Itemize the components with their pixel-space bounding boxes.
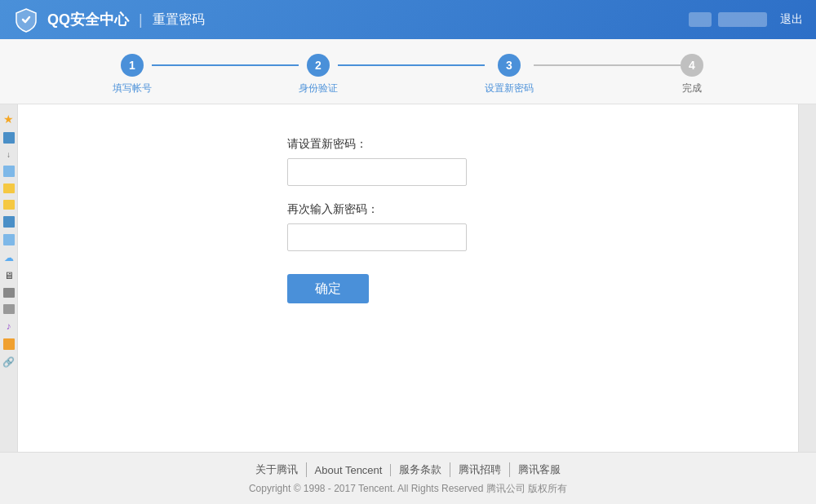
step-line-3 [534, 64, 681, 66]
footer-link-terms[interactable]: 服务条款 [391, 462, 450, 477]
footer-copyright: Copyright © 1998 - 2017 Tencent. All Rig… [0, 482, 816, 496]
footer-link-support[interactable]: 腾讯客服 [510, 462, 569, 477]
sidebar-music-icon: ♪ [7, 321, 11, 332]
footer-links: 关于腾讯 About Tencent 服务条款 腾讯招聘 腾讯客服 [0, 462, 816, 477]
step-4-label: 完成 [682, 82, 702, 95]
sidebar-folder1-icon [3, 183, 15, 193]
user-avatar [689, 12, 712, 27]
main-container: ★ ↓ ☁ 🖥 ♪ 🔗 请设置新密码： 再次输入新密码： 确定 [0, 104, 816, 452]
step-4-circle: 4 [681, 54, 703, 77]
header: QQ安全中心 | 重置密码 退出 [0, 0, 816, 39]
header-title: QQ安全中心 [47, 10, 129, 29]
sidebar-doc-icon [3, 166, 15, 177]
header-logo: QQ安全中心 [13, 7, 129, 33]
confirm-password-label: 再次输入新密码： [287, 202, 379, 217]
step-3-circle: 3 [498, 54, 521, 77]
step-1-label: 填写帐号 [113, 82, 152, 95]
logout-button[interactable]: 退出 [780, 12, 803, 27]
sidebar-down-icon: ↓ [7, 150, 11, 159]
confirm-password-input[interactable] [287, 223, 467, 251]
footer-link-about-tencent-cn[interactable]: 关于腾讯 [247, 462, 307, 477]
sidebar-folder3-icon [3, 288, 15, 298]
user-name [718, 12, 767, 27]
step-4: 4 完成 [681, 54, 703, 95]
sidebar-img-icon [3, 338, 15, 350]
sidebar-star-icon: ★ [3, 113, 14, 126]
right-sidebar [798, 104, 816, 452]
step-line-1 [152, 64, 299, 66]
qq-shield-icon [13, 7, 39, 33]
step-1-circle: 1 [121, 54, 144, 77]
new-password-label: 请设置新密码： [287, 137, 367, 152]
sidebar-doc3-icon [3, 234, 15, 245]
header-subtitle: 重置密码 [153, 11, 205, 29]
sidebar-blue-icon [3, 132, 15, 144]
header-right: 退出 [689, 12, 803, 27]
form-area: 请设置新密码： 再次输入新密码： 确定 [18, 104, 798, 452]
step-1: 1 填写帐号 [113, 54, 152, 95]
sidebar-folder2-icon [3, 200, 15, 210]
steps-bar: 1 填写帐号 2 身份验证 3 设置新密码 4 完成 [0, 39, 816, 104]
step-3-label: 设置新密码 [485, 82, 534, 95]
sidebar-monitor-icon: 🖥 [4, 270, 14, 281]
content-area: 请设置新密码： 再次输入新密码： 确定 [18, 104, 798, 452]
new-password-input[interactable] [287, 158, 467, 186]
sidebar-folder4-icon [3, 304, 15, 314]
submit-button[interactable]: 确定 [287, 274, 369, 303]
footer-link-about-tencent-en[interactable]: About Tencent [307, 464, 392, 476]
footer-link-jobs[interactable]: 腾讯招聘 [450, 462, 510, 477]
step-2-label: 身份验证 [299, 82, 338, 95]
sidebar-link-icon: 🔗 [2, 356, 15, 368]
step-line-2 [338, 64, 485, 66]
footer: 关于腾讯 About Tencent 服务条款 腾讯招聘 腾讯客服 Copyri… [0, 452, 816, 504]
step-2-circle: 2 [307, 54, 330, 77]
step-2: 2 身份验证 [299, 54, 338, 95]
sidebar-cloud-icon: ☁ [4, 252, 14, 263]
step-3: 3 设置新密码 [485, 54, 534, 95]
sidebar-doc2-icon [3, 216, 15, 228]
left-sidebar: ★ ↓ ☁ 🖥 ♪ 🔗 [0, 104, 18, 452]
header-divider: | [139, 11, 143, 29]
